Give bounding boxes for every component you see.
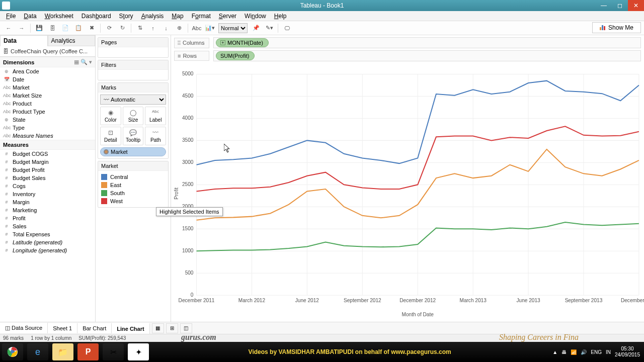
dimension-field[interactable]: AbcProduct Type	[0, 108, 95, 116]
mark-detail-button[interactable]: ⊡Detail	[100, 127, 121, 145]
powerpoint-icon[interactable]: P	[77, 343, 99, 360]
measure-field[interactable]: #Budget Margin	[0, 158, 95, 166]
dimension-field[interactable]: AbcType	[0, 124, 95, 132]
aggregation-button[interactable]: 📊▾	[204, 23, 215, 34]
menu-data[interactable]: Data	[20, 12, 40, 21]
show-labels-button[interactable]: Abc	[191, 23, 202, 34]
group-button[interactable]: ⊕	[174, 23, 185, 34]
barchart-tab[interactable]: Bar Chart	[77, 323, 112, 333]
legend-item[interactable]: East	[100, 181, 166, 189]
mark-tooltip-button[interactable]: 💬Tooltip	[123, 127, 144, 145]
ie-icon[interactable]: e	[27, 343, 48, 360]
sort-asc-button[interactable]: ↑	[147, 23, 158, 34]
tray-printer-icon[interactable]: 🖶	[561, 349, 567, 355]
menu-help[interactable]: Help	[270, 12, 291, 21]
columns-shelf[interactable]: +MONTH(Date)	[213, 37, 641, 48]
pin-button[interactable]: 📌	[251, 23, 262, 34]
tray-clock[interactable]: 05:30 24/09/2015	[615, 346, 640, 358]
mark-color-button[interactable]: ◉Color	[100, 107, 121, 125]
chrome-icon[interactable]	[2, 343, 23, 360]
measure-field[interactable]: #Cogs	[0, 182, 95, 190]
svg-text:5000: 5000	[182, 71, 194, 77]
rows-pill[interactable]: SUM(Profit)	[216, 51, 255, 60]
menu-story[interactable]: Story	[115, 12, 137, 21]
datasource-tab[interactable]: ◫ Data Source	[0, 323, 48, 333]
menu-worksheet[interactable]: Worksheet	[41, 12, 77, 21]
menu-format[interactable]: Format	[188, 12, 215, 21]
tableau-taskbar-icon[interactable]: ✦	[128, 343, 149, 360]
analytics-tab[interactable]: Analytics	[48, 35, 96, 46]
autosave-button[interactable]: ⟳	[104, 23, 115, 34]
new-dashboard-tab-button[interactable]: ⊞	[166, 323, 178, 333]
close-button[interactable]: ✕	[628, 0, 644, 11]
sort-desc-button[interactable]: ↓	[160, 23, 172, 34]
measure-field[interactable]: #Inventory	[0, 190, 95, 198]
menu-map[interactable]: Map	[168, 12, 187, 21]
mark-size-button[interactable]: ◯Size	[123, 107, 144, 125]
mark-path-button[interactable]: 〰Path	[145, 127, 166, 145]
measure-field[interactable]: #Number of Records	[0, 254, 95, 255]
new-story-tab-button[interactable]: ◫	[180, 323, 192, 333]
measure-field[interactable]: #Total Expenses	[0, 230, 95, 238]
sheet1-tab[interactable]: Sheet 1	[48, 323, 77, 333]
menu-analysis[interactable]: Analysis	[137, 12, 168, 21]
dimension-field[interactable]: ⊕State	[0, 116, 95, 124]
chart-area[interactable]: 0500100015002000250030003500400045005000…	[171, 65, 644, 322]
measure-field[interactable]: #Latitude (generated)	[0, 238, 95, 246]
menu-dashboard[interactable]: Dashboard	[77, 12, 115, 21]
maximize-button[interactable]: ◻	[612, 0, 628, 11]
back-button[interactable]: ←	[3, 23, 14, 34]
presentation-button[interactable]: 🖵	[281, 23, 292, 34]
highlight-button[interactable]: ✎▾	[264, 23, 275, 34]
measure-field[interactable]: #Margin	[0, 198, 95, 206]
save-button[interactable]: 💾	[34, 23, 45, 34]
measure-field[interactable]: #Longitude (generated)	[0, 246, 95, 254]
tray-lang[interactable]: ENG	[591, 349, 602, 355]
swap-button[interactable]: ⇅	[134, 23, 145, 34]
menu-file[interactable]: File	[2, 12, 20, 21]
new-datasource-button[interactable]: 🗄	[47, 23, 58, 34]
measure-field[interactable]: #Budget COGS	[0, 150, 95, 158]
measure-field[interactable]: #Profit	[0, 214, 95, 222]
legend-item[interactable]: South	[100, 189, 166, 197]
measure-field[interactable]: #Marketing	[0, 206, 95, 214]
tray-up-icon[interactable]: ▲	[552, 349, 557, 355]
legend-item[interactable]: Central	[100, 173, 166, 181]
snipping-icon[interactable]: ✂	[103, 343, 124, 360]
columns-pill[interactable]: +MONTH(Date)	[216, 38, 269, 47]
clear-button[interactable]: ✖	[86, 23, 97, 34]
new-worksheet-button[interactable]: 📄	[60, 23, 71, 34]
data-tab[interactable]: Data	[0, 35, 48, 46]
marks-type-select[interactable]: 〰 Automatic	[100, 95, 166, 105]
minimize-button[interactable]: —	[596, 0, 612, 11]
dimension-field[interactable]: AbcMarket Size	[0, 92, 95, 100]
duplicate-button[interactable]: 📋	[73, 23, 84, 34]
fit-select[interactable]: Normal	[218, 23, 248, 33]
dimension-field[interactable]: AbcProduct	[0, 100, 95, 108]
explorer-icon[interactable]: 📁	[52, 343, 73, 360]
tray-kb[interactable]: IN	[606, 349, 611, 355]
measure-field[interactable]: #Budget Sales	[0, 174, 95, 182]
measure-field[interactable]: #Budget Profit	[0, 166, 95, 174]
show-me-button[interactable]: Show Me	[592, 22, 641, 33]
mark-label-button[interactable]: ᴬᵇᶜLabel	[145, 107, 166, 125]
new-worksheet-tab-button[interactable]: ▦	[152, 323, 164, 333]
linechart-tab[interactable]: Line Chart	[112, 323, 149, 334]
menu-server[interactable]: Server	[215, 12, 240, 21]
svg-text:June 2013: June 2013	[516, 298, 540, 303]
dimension-field[interactable]: AbcMarket	[0, 83, 95, 92]
tray-volume-icon[interactable]: 🔊	[581, 349, 587, 355]
dimension-field[interactable]: 📅Date	[0, 75, 95, 83]
measure-field[interactable]: #Sales	[0, 222, 95, 230]
dimension-field[interactable]: ⊕Area Code	[0, 67, 95, 75]
refresh-button[interactable]: ↻	[117, 23, 128, 34]
menu-window[interactable]: Window	[240, 12, 270, 21]
legend-item[interactable]: West	[100, 197, 166, 205]
rows-shelf[interactable]: SUM(Profit)	[213, 50, 641, 61]
forward-button[interactable]: →	[16, 23, 27, 34]
dimension-field[interactable]: AbcMeasure Names	[0, 132, 95, 140]
datasource-item[interactable]: 🗄 CoffeeChain Query (Coffee C...	[0, 46, 95, 57]
tray-network-icon[interactable]: 📶	[571, 349, 577, 355]
color-market-pill[interactable]: Market	[100, 147, 166, 156]
title-bar: Tableau - Book1 — ◻ ✕	[0, 0, 644, 11]
